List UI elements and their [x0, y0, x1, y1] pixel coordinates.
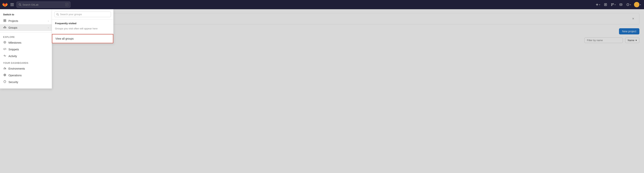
sidebar-item-snippets[interactable]: Snippets: [0, 46, 52, 53]
top-navigation: / ▾ ▾: [0, 0, 644, 9]
banner-close-button[interactable]: ×: [631, 16, 635, 21]
svg-rect-17: [4, 20, 4, 20]
projects-chevron: ›: [48, 20, 49, 22]
search-icon: [19, 3, 21, 6]
page-body: edit card required. × Projects New proje…: [0, 9, 644, 173]
operations-icon: [3, 74, 6, 77]
svg-rect-1: [10, 4, 14, 5]
snippets-icon: [3, 48, 6, 51]
user-chevron: ▾: [640, 4, 641, 6]
svg-point-11: [611, 4, 612, 4]
svg-rect-14: [620, 4, 622, 6]
milestones-icon: [3, 41, 6, 44]
sidebar-item-environments[interactable]: Environments: [0, 65, 52, 72]
groups-search-field[interactable]: [60, 13, 109, 16]
security-icon: [3, 80, 6, 84]
groups-icon: [3, 26, 6, 30]
view-all-groups-button[interactable]: View all groups: [52, 34, 113, 43]
svg-point-23: [6, 27, 6, 28]
create-new-button[interactable]: ▾: [594, 2, 602, 7]
projects-icon: [3, 19, 6, 23]
svg-rect-19: [4, 21, 4, 22]
new-project-button[interactable]: New project: [619, 28, 640, 34]
divider-1: [0, 32, 52, 33]
operations-label: Operations: [8, 74, 22, 77]
menu-button[interactable]: [9, 2, 15, 7]
user-avatar: [634, 2, 640, 7]
svg-rect-2: [10, 6, 14, 6]
switch-to-panel: Switch to Projects ›: [0, 9, 52, 88]
filter-by-name-input[interactable]: [584, 38, 623, 43]
create-chevron: ▾: [599, 4, 600, 6]
sidebar-item-milestones[interactable]: Milestones: [0, 39, 52, 46]
help-chevron: ▾: [630, 4, 631, 6]
activity-icon: [3, 54, 6, 58]
svg-rect-18: [5, 20, 6, 20]
gitlab-logo[interactable]: [2, 2, 8, 7]
svg-line-33: [58, 15, 59, 16]
sidebar-item-groups[interactable]: Groups ›: [0, 24, 52, 31]
global-search[interactable]: /: [16, 2, 70, 8]
help-button[interactable]: ? ▾: [625, 2, 632, 7]
groups-search-icon: [56, 13, 59, 16]
environments-label: Environments: [8, 67, 25, 70]
view-all-groups-section: View all groups: [52, 34, 113, 43]
issues-button[interactable]: [618, 2, 624, 7]
groups-chevron: ›: [48, 26, 49, 29]
dashboards-label: Your dashboards: [0, 60, 52, 65]
groups-search-panel: Frequently visited Groups you visit ofte…: [52, 9, 114, 44]
switch-to-label: Switch to: [0, 12, 52, 18]
svg-text:?: ?: [628, 4, 628, 6]
environments-icon: [3, 67, 6, 70]
groups-label: Groups: [8, 26, 17, 29]
milestones-label: Milestones: [8, 41, 21, 44]
svg-point-21: [4, 26, 6, 27]
sidebar-item-activity[interactable]: Activity: [0, 53, 52, 60]
svg-line-4: [20, 5, 21, 6]
explore-label: Explore: [0, 34, 52, 39]
sidebar-item-operations[interactable]: Operations: [0, 72, 52, 78]
svg-point-27: [4, 74, 5, 75]
svg-rect-0: [10, 3, 14, 4]
groups-search-input-wrapper[interactable]: [54, 12, 111, 17]
search-input[interactable]: [22, 3, 57, 6]
sort-dropdown[interactable]: Name ▾: [625, 38, 640, 43]
sort-label: Name: [628, 39, 634, 42]
merge-requests-button[interactable]: ▾: [610, 2, 617, 7]
frequently-visited-sub: Groups you visit often will appear here: [55, 26, 110, 32]
todo-button[interactable]: [602, 2, 608, 7]
security-label: Security: [8, 80, 18, 84]
activity-label: Activity: [8, 54, 17, 58]
sidebar-item-projects[interactable]: Projects ›: [0, 18, 52, 24]
frequently-visited-section: Frequently visited Groups you visit ofte…: [52, 20, 113, 32]
projects-label: Projects: [8, 20, 18, 22]
sidebar-item-security[interactable]: Security: [0, 78, 52, 85]
svg-point-12: [611, 5, 612, 6]
search-shortcut: /: [66, 3, 68, 6]
svg-rect-20: [5, 21, 6, 22]
svg-point-25: [4, 42, 5, 43]
user-menu-button[interactable]: ▾: [633, 2, 642, 8]
svg-rect-6: [596, 4, 598, 5]
topnav-actions: ▾ ▾: [594, 2, 642, 8]
snippets-label: Snippets: [8, 48, 19, 51]
frequently-visited-title: Frequently visited: [55, 22, 110, 25]
svg-point-22: [4, 27, 4, 28]
mr-chevron: ▾: [614, 4, 616, 6]
sort-chevron: ▾: [636, 39, 637, 42]
groups-search-box: [52, 9, 113, 20]
